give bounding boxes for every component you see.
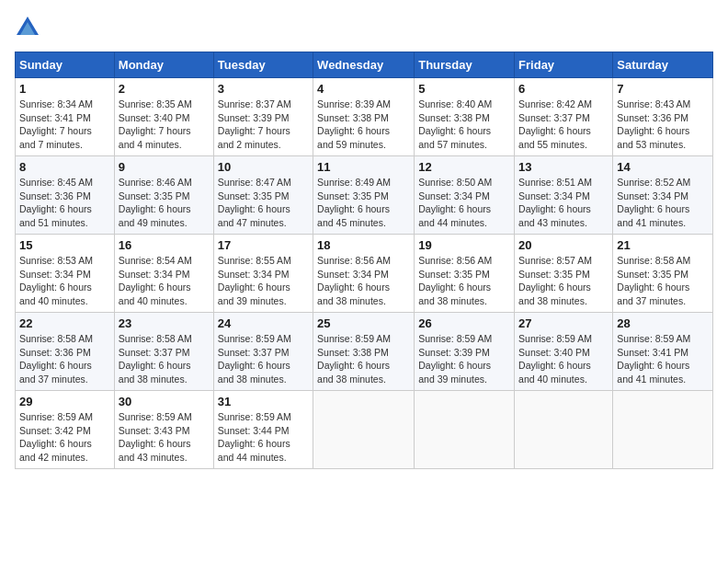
calendar-table: SundayMondayTuesdayWednesdayThursdayFrid… — [15, 52, 713, 469]
calendar-cell: 18Sunrise: 8:56 AM Sunset: 3:34 PM Dayli… — [313, 235, 415, 313]
day-info: Sunrise: 8:34 AM Sunset: 3:41 PM Dayligh… — [19, 98, 110, 152]
calendar-cell: 25Sunrise: 8:59 AM Sunset: 3:38 PM Dayli… — [313, 313, 415, 391]
day-number: 16 — [119, 238, 210, 252]
day-info: Sunrise: 8:39 AM Sunset: 3:38 PM Dayligh… — [317, 98, 410, 152]
day-info: Sunrise: 8:56 AM Sunset: 3:34 PM Dayligh… — [317, 254, 410, 308]
day-number: 24 — [218, 316, 309, 330]
col-header-tuesday: Tuesday — [213, 52, 313, 78]
day-info: Sunrise: 8:42 AM Sunset: 3:37 PM Dayligh… — [518, 98, 609, 152]
calendar-cell: 3Sunrise: 8:37 AM Sunset: 3:39 PM Daylig… — [213, 78, 313, 156]
col-header-monday: Monday — [114, 52, 213, 78]
day-number: 18 — [317, 238, 410, 252]
col-header-sunday: Sunday — [16, 52, 115, 78]
day-number: 28 — [617, 316, 709, 330]
day-info: Sunrise: 8:45 AM Sunset: 3:36 PM Dayligh… — [19, 176, 110, 230]
day-info: Sunrise: 8:47 AM Sunset: 3:35 PM Dayligh… — [218, 176, 309, 230]
col-header-wednesday: Wednesday — [313, 52, 415, 78]
calendar-cell: 13Sunrise: 8:51 AM Sunset: 3:34 PM Dayli… — [515, 156, 613, 235]
day-number: 12 — [418, 160, 510, 174]
calendar-cell: 15Sunrise: 8:53 AM Sunset: 3:34 PM Dayli… — [16, 235, 115, 313]
day-number: 8 — [19, 160, 110, 174]
day-info: Sunrise: 8:59 AM Sunset: 3:40 PM Dayligh… — [518, 332, 609, 386]
day-info: Sunrise: 8:52 AM Sunset: 3:34 PM Dayligh… — [617, 176, 709, 230]
day-info: Sunrise: 8:58 AM Sunset: 3:36 PM Dayligh… — [19, 332, 110, 386]
day-info: Sunrise: 8:57 AM Sunset: 3:35 PM Dayligh… — [518, 254, 609, 308]
day-number: 15 — [19, 238, 110, 252]
day-info: Sunrise: 8:53 AM Sunset: 3:34 PM Dayligh… — [19, 254, 110, 308]
day-number: 7 — [617, 82, 709, 96]
calendar-cell: 4Sunrise: 8:39 AM Sunset: 3:38 PM Daylig… — [313, 78, 415, 156]
day-number: 17 — [218, 238, 309, 252]
calendar-cell: 17Sunrise: 8:55 AM Sunset: 3:34 PM Dayli… — [213, 235, 313, 313]
day-info: Sunrise: 8:59 AM Sunset: 3:44 PM Dayligh… — [218, 410, 309, 465]
calendar-cell: 28Sunrise: 8:59 AM Sunset: 3:41 PM Dayli… — [613, 313, 713, 391]
calendar-cell: 9Sunrise: 8:46 AM Sunset: 3:35 PM Daylig… — [114, 156, 213, 235]
day-number: 30 — [119, 395, 210, 408]
day-info: Sunrise: 8:51 AM Sunset: 3:34 PM Dayligh… — [518, 176, 609, 230]
calendar-cell: 14Sunrise: 8:52 AM Sunset: 3:34 PM Dayli… — [613, 156, 713, 235]
calendar-cell: 27Sunrise: 8:59 AM Sunset: 3:40 PM Dayli… — [515, 313, 613, 391]
day-number: 20 — [518, 238, 609, 252]
col-header-saturday: Saturday — [613, 52, 713, 78]
day-info: Sunrise: 8:54 AM Sunset: 3:34 PM Dayligh… — [119, 254, 210, 308]
day-info: Sunrise: 8:59 AM Sunset: 3:43 PM Dayligh… — [119, 410, 210, 465]
day-info: Sunrise: 8:49 AM Sunset: 3:35 PM Dayligh… — [317, 176, 410, 230]
day-info: Sunrise: 8:59 AM Sunset: 3:39 PM Dayligh… — [418, 332, 510, 386]
calendar-cell: 2Sunrise: 8:35 AM Sunset: 3:40 PM Daylig… — [114, 78, 213, 156]
page-header — [15, 15, 713, 40]
calendar-cell: 20Sunrise: 8:57 AM Sunset: 3:35 PM Dayli… — [515, 235, 613, 313]
day-info: Sunrise: 8:46 AM Sunset: 3:35 PM Dayligh… — [119, 176, 210, 230]
day-number: 4 — [317, 82, 410, 96]
day-number: 2 — [119, 82, 210, 96]
calendar-cell: 10Sunrise: 8:47 AM Sunset: 3:35 PM Dayli… — [213, 156, 313, 235]
calendar-cell: 22Sunrise: 8:58 AM Sunset: 3:36 PM Dayli… — [16, 313, 115, 391]
calendar-week-row: 22Sunrise: 8:58 AM Sunset: 3:36 PM Dayli… — [16, 313, 713, 391]
day-number: 13 — [518, 160, 609, 174]
calendar-week-row: 1Sunrise: 8:34 AM Sunset: 3:41 PM Daylig… — [16, 78, 713, 156]
col-header-friday: Friday — [515, 52, 613, 78]
day-info: Sunrise: 8:35 AM Sunset: 3:40 PM Dayligh… — [119, 98, 210, 152]
day-number: 10 — [218, 160, 309, 174]
day-info: Sunrise: 8:59 AM Sunset: 3:42 PM Dayligh… — [19, 410, 110, 465]
day-number: 14 — [617, 160, 709, 174]
day-number: 27 — [518, 316, 609, 330]
day-number: 31 — [218, 395, 309, 408]
calendar-cell: 21Sunrise: 8:58 AM Sunset: 3:35 PM Dayli… — [613, 235, 713, 313]
day-number: 6 — [518, 82, 609, 96]
calendar-cell — [313, 391, 415, 469]
day-info: Sunrise: 8:55 AM Sunset: 3:34 PM Dayligh… — [218, 254, 309, 308]
calendar-cell: 12Sunrise: 8:50 AM Sunset: 3:34 PM Dayli… — [415, 156, 515, 235]
calendar-cell: 26Sunrise: 8:59 AM Sunset: 3:39 PM Dayli… — [415, 313, 515, 391]
calendar-cell: 7Sunrise: 8:43 AM Sunset: 3:36 PM Daylig… — [613, 78, 713, 156]
calendar-cell: 30Sunrise: 8:59 AM Sunset: 3:43 PM Dayli… — [114, 391, 213, 469]
day-number: 9 — [119, 160, 210, 174]
calendar-cell — [515, 391, 613, 469]
day-number: 26 — [418, 316, 510, 330]
day-info: Sunrise: 8:59 AM Sunset: 3:38 PM Dayligh… — [317, 332, 410, 386]
calendar-cell: 29Sunrise: 8:59 AM Sunset: 3:42 PM Dayli… — [16, 391, 115, 469]
calendar-cell — [415, 391, 515, 469]
day-number: 23 — [119, 316, 210, 330]
day-info: Sunrise: 8:58 AM Sunset: 3:37 PM Dayligh… — [119, 332, 210, 386]
calendar-week-row: 29Sunrise: 8:59 AM Sunset: 3:42 PM Dayli… — [16, 391, 713, 469]
calendar-week-row: 15Sunrise: 8:53 AM Sunset: 3:34 PM Dayli… — [16, 235, 713, 313]
day-number: 11 — [317, 160, 410, 174]
calendar-cell — [613, 391, 713, 469]
day-info: Sunrise: 8:43 AM Sunset: 3:36 PM Dayligh… — [617, 98, 709, 152]
calendar-cell: 16Sunrise: 8:54 AM Sunset: 3:34 PM Dayli… — [114, 235, 213, 313]
day-info: Sunrise: 8:59 AM Sunset: 3:37 PM Dayligh… — [218, 332, 309, 386]
day-number: 19 — [418, 238, 510, 252]
calendar-cell: 24Sunrise: 8:59 AM Sunset: 3:37 PM Dayli… — [213, 313, 313, 391]
day-number: 25 — [317, 316, 410, 330]
day-info: Sunrise: 8:50 AM Sunset: 3:34 PM Dayligh… — [418, 176, 510, 230]
calendar-week-row: 8Sunrise: 8:45 AM Sunset: 3:36 PM Daylig… — [16, 156, 713, 235]
day-number: 3 — [218, 82, 309, 96]
calendar-cell: 8Sunrise: 8:45 AM Sunset: 3:36 PM Daylig… — [16, 156, 115, 235]
calendar-cell: 1Sunrise: 8:34 AM Sunset: 3:41 PM Daylig… — [16, 78, 115, 156]
day-number: 29 — [19, 395, 110, 408]
logo — [15, 15, 42, 40]
day-number: 21 — [617, 238, 709, 252]
calendar-cell: 6Sunrise: 8:42 AM Sunset: 3:37 PM Daylig… — [515, 78, 613, 156]
day-info: Sunrise: 8:56 AM Sunset: 3:35 PM Dayligh… — [418, 254, 510, 308]
day-number: 1 — [19, 82, 110, 96]
